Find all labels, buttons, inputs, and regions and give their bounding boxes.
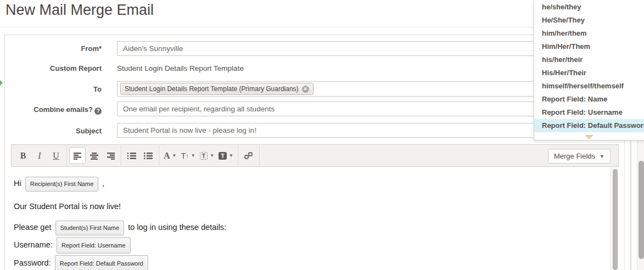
align-center-icon bbox=[90, 152, 98, 160]
unordered-list-icon bbox=[144, 152, 153, 160]
password-label: Password: bbox=[14, 258, 51, 267]
combine-emails-label-text: Combine emails? bbox=[33, 105, 93, 114]
merge-fields-label: Merge Fields bbox=[554, 152, 595, 160]
email-body-editor[interactable]: Hi Recipient(s) First Name , Our Student… bbox=[11, 167, 611, 270]
merge-token-report-field-username[interactable]: Report Field: Username bbox=[57, 237, 131, 254]
font-color-icon: A bbox=[164, 151, 170, 161]
caret-down-icon: ▼ bbox=[600, 154, 604, 159]
editor-scrollbar-track[interactable] bbox=[611, 167, 619, 270]
toolbar-separator bbox=[259, 144, 260, 167]
remove-token-icon[interactable]: ✕ bbox=[302, 86, 309, 93]
dropdown-item[interactable]: he/she/they bbox=[534, 1, 644, 14]
custom-report-value: Student Login Details Report Template bbox=[117, 64, 244, 72]
merge-token-student-first-name[interactable]: Student(s) First Name bbox=[55, 221, 125, 235]
greeting-line: Hi Recipient(s) First Name , bbox=[14, 177, 605, 192]
editor-toolbar: B I U bbox=[11, 144, 619, 167]
link-button[interactable] bbox=[240, 147, 257, 164]
dropdown-item[interactable]: Report Field: Username bbox=[534, 106, 644, 119]
size-arrows-icon: ↕ bbox=[186, 153, 189, 159]
merge-fields-dropdown: he/she/they He/She/They him/her/them Him… bbox=[534, 0, 644, 140]
merge-token-recipient-first-name[interactable]: Recipient(s) First Name bbox=[25, 177, 99, 192]
caret-down-icon: ▼ bbox=[191, 153, 195, 158]
bold-button[interactable]: B bbox=[15, 147, 31, 164]
dropdown-item[interactable]: him/her/them bbox=[534, 27, 644, 40]
ordered-list-icon bbox=[127, 152, 136, 160]
help-icon[interactable]: ? bbox=[94, 108, 102, 115]
toolbar-separator bbox=[159, 144, 159, 167]
link-icon bbox=[244, 151, 253, 160]
toolbar-separator bbox=[121, 144, 121, 167]
italic-button[interactable]: I bbox=[31, 147, 48, 164]
green-arrow-marker bbox=[0, 80, 3, 86]
announcement-line: Our Student Portal is now live! bbox=[14, 201, 605, 212]
username-label: Username: bbox=[14, 240, 53, 249]
unordered-list-button[interactable] bbox=[140, 147, 156, 164]
format-icon: T bbox=[200, 152, 208, 160]
to-label: To bbox=[0, 85, 102, 93]
font-size-icon: T bbox=[181, 151, 186, 160]
format-button[interactable]: T ▼ bbox=[198, 147, 217, 164]
font-color-button[interactable]: A ▼ bbox=[161, 147, 178, 164]
recipient-token[interactable]: Student Login Details Report Template (P… bbox=[120, 83, 313, 95]
dropdown-item[interactable]: himself/herself/themself bbox=[534, 80, 644, 93]
background-color-icon: T bbox=[219, 152, 227, 160]
page-title: New Mail Merge Email bbox=[5, 2, 154, 19]
instruction-prefix: Please get bbox=[14, 223, 52, 232]
dropdown-item[interactable]: His/Her/Their bbox=[534, 66, 644, 80]
form-content-edge bbox=[624, 140, 625, 270]
background-color-button[interactable]: T ▼ bbox=[216, 147, 236, 164]
recipient-token-label: Student Login Details Report Template (P… bbox=[125, 85, 299, 93]
merge-fields-button[interactable]: Merge Fields ▼ bbox=[548, 149, 611, 164]
from-label: From* bbox=[0, 44, 102, 53]
greeting-suffix: , bbox=[102, 179, 104, 188]
dropdown-item[interactable]: He/She/They bbox=[534, 14, 644, 27]
editor-scrollbar-thumb[interactable] bbox=[613, 169, 618, 270]
scroll-down-arrow-icon[interactable] bbox=[585, 135, 593, 139]
toolbar-separator bbox=[238, 144, 238, 167]
align-left-icon bbox=[74, 152, 82, 160]
instruction-suffix: to log in using these details: bbox=[128, 223, 226, 232]
merge-token-report-field-default-password[interactable]: Report Field: Default Password bbox=[55, 255, 148, 270]
caret-down-icon: ▼ bbox=[229, 153, 233, 158]
password-line: Password: Report Field: Default Password bbox=[14, 255, 605, 270]
instruction-line: Please get Student(s) First Name to log … bbox=[14, 221, 605, 235]
caret-down-icon: ▼ bbox=[172, 153, 177, 158]
greeting-text: Hi bbox=[14, 179, 21, 188]
align-right-icon bbox=[107, 152, 115, 160]
caret-down-icon: ▼ bbox=[210, 153, 214, 158]
toolbar-separator bbox=[66, 144, 67, 167]
dropdown-item[interactable]: Report Field: Name bbox=[534, 93, 644, 106]
dropdown-item[interactable]: Him/Her/Them bbox=[534, 40, 644, 53]
ordered-list-button[interactable] bbox=[124, 147, 140, 164]
custom-report-label: Custom Report bbox=[0, 64, 102, 72]
page-scrollbar-thumb[interactable] bbox=[639, 161, 644, 259]
subject-label: Subject bbox=[0, 127, 102, 135]
combine-emails-label: Combine emails?? bbox=[0, 105, 102, 115]
username-line: Username: Report Field: Username bbox=[14, 237, 605, 254]
font-size-button[interactable]: T↕ ▼ bbox=[178, 147, 197, 164]
align-left-button[interactable] bbox=[69, 147, 86, 164]
dropdown-item-highlighted[interactable]: Report Field: Default Password bbox=[534, 119, 644, 132]
panel-right-border bbox=[631, 140, 631, 270]
align-right-button[interactable] bbox=[102, 147, 119, 164]
dropdown-item[interactable]: his/her/their bbox=[534, 53, 644, 66]
underline-button[interactable]: U bbox=[48, 147, 64, 164]
align-center-button[interactable] bbox=[86, 147, 102, 164]
